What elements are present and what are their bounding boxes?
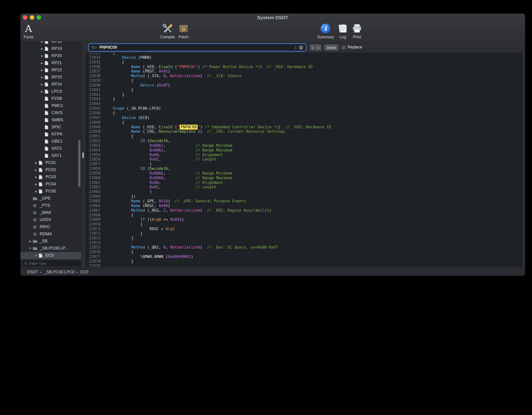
- sidebar-item-wak[interactable]: _WAK: [20, 209, 81, 216]
- sidebar-item-gbe1[interactable]: GBE1: [20, 138, 81, 145]
- sidebar-item-label: RP18: [51, 41, 62, 44]
- patch-button[interactable]: Patch: [178, 22, 189, 39]
- sidebar-item-rp22[interactable]: ▶RP22: [20, 67, 81, 74]
- doc-icon: [45, 75, 51, 80]
- line-number: 22971: [85, 227, 100, 231]
- sidebar-item-pc05[interactable]: ▶PC05: [20, 188, 81, 195]
- line-number: 22934: [85, 55, 100, 60]
- sidebar-item-label: NTPK: [51, 132, 63, 137]
- sidebar-item-sat2[interactable]: SAT2: [20, 145, 81, 152]
- sidebar-item-sat1[interactable]: SAT1: [20, 152, 81, 159]
- splitter-grip[interactable]: [82, 152, 84, 158]
- chevron-down-icon[interactable]: ▼: [34, 254, 39, 257]
- sidebar-item-pc01[interactable]: ▶PC01: [20, 159, 81, 166]
- sidebar-item-rdma[interactable]: RDMA: [20, 231, 81, 238]
- sidebar-item-uxdv[interactable]: UXDV: [20, 216, 81, 223]
- line-number: 22963: [85, 190, 100, 194]
- replace-checkbox[interactable]: [342, 45, 346, 50]
- log-button[interactable]: Log: [337, 22, 348, 39]
- sidebar-item-gpe[interactable]: _GPE: [20, 195, 81, 202]
- chevron-right-icon[interactable]: ▶: [40, 61, 45, 65]
- code-text: 0x0066, // Range Minimum: [100, 171, 232, 176]
- line-number: 22948: [85, 120, 100, 125]
- sidebar-item-rp20[interactable]: ▶RP20: [20, 52, 81, 59]
- sidebar-item-rp18[interactable]: ▶RP18: [20, 41, 81, 45]
- sidebar-item-ec0[interactable]: ▼EC0: [20, 252, 81, 259]
- doc-icon: [45, 46, 51, 51]
- clear-search-icon[interactable]: [299, 45, 303, 50]
- sidebar-item-rp24[interactable]: ▶RP24: [20, 81, 81, 88]
- sidebar-item-ntpk[interactable]: NTPK: [20, 131, 81, 138]
- chevron-right-icon[interactable]: ▶: [34, 183, 39, 186]
- sidebar-item-rp23[interactable]: ▶RP23: [20, 74, 81, 81]
- code-line: 22961 0x00, // Alignment: [85, 180, 523, 185]
- chevron-right-icon[interactable]: ▶: [34, 168, 39, 172]
- search-icon[interactable]: [91, 45, 97, 49]
- sidebar-item-pmc1[interactable]: PMC1: [20, 102, 81, 109]
- code-text: {: [100, 60, 124, 65]
- sidebar-item-pc04[interactable]: ▶PC04: [20, 181, 81, 188]
- chevron-right-icon[interactable]: ▶: [34, 176, 39, 179]
- search-field: 1: [89, 44, 306, 51]
- previous-match-button[interactable]: ‹: [310, 44, 316, 50]
- sidebar-item-pc02[interactable]: ▶PC02: [20, 166, 81, 174]
- done-button[interactable]: Done: [324, 44, 339, 51]
- sidebar-item-label: RP23: [51, 75, 62, 80]
- chevron-down-icon[interactable]: ▼: [28, 247, 33, 250]
- line-number: 22954: [85, 148, 100, 153]
- line-number: 22947: [85, 116, 100, 120]
- sidebar-item-spic[interactable]: SPIC: [20, 124, 81, 131]
- breadcrumb-item[interactable]: _SB.PC00.LPC0: [44, 270, 74, 274]
- fonts-button[interactable]: A Fonts: [24, 22, 33, 39]
- doc-icon: [45, 132, 51, 137]
- code-text: [100, 102, 104, 106]
- sidebar-item-rrio[interactable]: RRIO: [20, 223, 81, 231]
- chevron-right-icon[interactable]: ▶: [34, 190, 39, 193]
- sidebar-item-pts[interactable]: _PTS: [20, 202, 81, 209]
- breadcrumb-item[interactable]: DSDT: [27, 270, 38, 274]
- sidebar-item-rp21[interactable]: ▶RP21: [20, 59, 81, 67]
- chevron-right-icon[interactable]: ▶: [40, 47, 45, 50]
- breadcrumb-item[interactable]: EC0: [80, 270, 88, 274]
- code-line: 22979: [85, 264, 523, 267]
- sidebar-scrollbar[interactable]: [78, 140, 80, 187]
- code-text: Device (PWRB): [100, 55, 152, 60]
- code-text: Name (_CRS, ResourceTemplate () // _CRS:…: [100, 129, 285, 134]
- summary-button[interactable]: i Summary: [317, 22, 334, 39]
- code-line: 22966 Name (REGC, 0x00): [85, 204, 523, 208]
- filter-tree-input[interactable]: [29, 261, 79, 266]
- gear-icon: [33, 225, 39, 229]
- sidebar-item-smbs[interactable]: SMBS: [20, 117, 81, 124]
- chevron-right-icon[interactable]: ▶: [28, 240, 33, 243]
- chevron-right-icon[interactable]: ▶: [40, 54, 45, 58]
- chevron-right-icon[interactable]: ▶: [40, 41, 45, 43]
- code-line: 22959 0x0066, // Range Minimum: [85, 171, 523, 176]
- patch-icon: [178, 22, 189, 35]
- code-editor[interactable]: 22933 {22934 Device (PWRB)22935 {22936 N…: [85, 53, 523, 267]
- code-line: 22941 }: [85, 88, 523, 92]
- sidebar-item-pc03[interactable]: ▶PC03: [20, 174, 81, 181]
- sidebar-item-rp19[interactable]: ▶RP19: [20, 45, 81, 52]
- code-text: }: [100, 236, 133, 241]
- sidebar-item-label: PC02: [46, 167, 56, 172]
- search-input[interactable]: [99, 45, 295, 50]
- sidebar-item-label: EC0: [46, 253, 54, 258]
- chevron-right-icon[interactable]: ▶: [34, 161, 39, 164]
- code-text: Return (0x0F): [100, 83, 170, 88]
- chevron-right-icon[interactable]: ▶: [40, 83, 45, 86]
- sidebar-item-cavs[interactable]: CAVS: [20, 109, 81, 117]
- sidebar-item-sb[interactable]: ▶_SB: [20, 238, 81, 245]
- sidebar-item-lpc0[interactable]: ▶LPC0: [20, 88, 81, 95]
- chevron-right-icon[interactable]: ▶: [40, 90, 45, 93]
- compile-button[interactable]: Compile: [160, 22, 175, 39]
- code-text: IO (Decode16,: [100, 139, 170, 143]
- sidebar-item-sb-pc00-lp[interactable]: ▼_SB.PC00.LP…: [20, 245, 81, 252]
- code-text: {: [100, 120, 124, 125]
- next-match-button[interactable]: ›: [316, 44, 321, 50]
- code-line: 22953 0x0062, // Range Minimum: [85, 143, 523, 148]
- chevron-right-icon[interactable]: ▶: [40, 76, 45, 79]
- print-button[interactable]: Print: [351, 22, 363, 39]
- chevron-right-icon[interactable]: ▶: [40, 69, 45, 72]
- fonts-label: Fonts: [24, 35, 33, 39]
- sidebar-item-p2sb[interactable]: P2SB: [20, 95, 81, 102]
